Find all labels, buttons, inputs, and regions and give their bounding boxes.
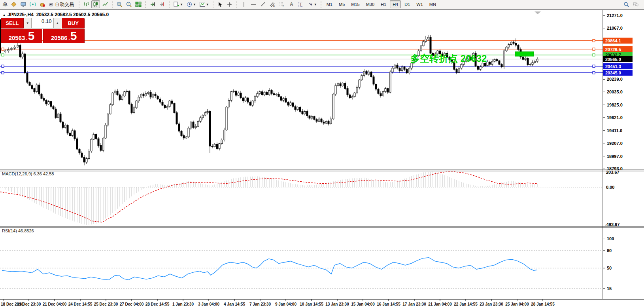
svg-text:F: F [283,5,284,7]
autotrade-button[interactable]: 自动交易 [47,0,76,8]
svg-text:50: 50 [607,266,612,270]
svg-text:1 Jan 23:30: 1 Jan 23:30 [172,302,194,306]
market-icon[interactable] [38,0,47,8]
lot-increase-button[interactable]: ▲ [53,18,61,29]
toolbar-separator [236,1,238,8]
svg-text:20864.1: 20864.1 [605,38,621,43]
toolbar-separator [320,1,322,8]
rsi-label: RSI(14) 46.8526 [2,228,34,233]
timeframe-m30[interactable]: M30 [363,0,377,8]
buy-price-display[interactable]: 20586 . 5 [43,29,85,43]
collapse-panel-icon[interactable]: ▲ [2,13,6,17]
svg-text:19411.0: 19411.0 [607,128,622,133]
bar-chart-icon[interactable] [82,0,91,8]
svg-text:21 Jan 04:00: 21 Jan 04:00 [428,302,452,306]
annotation-text: 多空转折点 20632 [410,53,487,64]
svg-text:21271.0: 21271.0 [607,13,623,18]
svg-text:0.00: 0.00 [606,185,614,190]
timeframe-m1[interactable]: M1 [324,0,335,8]
label-tool-icon[interactable]: T [297,0,305,8]
horizontal-line-icon[interactable] [249,0,258,8]
svg-text:22 Jan 14:55: 22 Jan 14:55 [454,302,478,306]
buy-button[interactable]: BUY [62,18,85,29]
lot-size-input[interactable]: 0.10 [32,18,54,29]
timeframe-d1[interactable]: D1 [402,0,413,8]
cursor-icon[interactable] [216,0,225,8]
svg-text:25 Dec 23:30: 25 Dec 23:30 [94,302,118,306]
new-chart-icon[interactable]: ▼ [172,0,184,8]
svg-text:A: A [290,2,293,7]
crosshair-icon[interactable] [225,0,234,8]
ohlc-values: 20532.5 20582.5 20502.5 20565.0 [36,12,109,17]
svg-text:24 Dec 14:55: 24 Dec 14:55 [68,302,93,306]
svg-text:16 Jan 14:55: 16 Jan 14:55 [377,302,400,306]
svg-text:13 Jan 23:30: 13 Jan 23:30 [325,302,349,306]
tile-windows-icon[interactable] [134,0,143,8]
line-chart-icon[interactable] [101,0,110,8]
svg-text:20565.0: 20565.0 [605,57,621,62]
timeframe-m15[interactable]: M15 [348,0,362,8]
chat-icon[interactable] [631,0,640,8]
svg-text:20239.0: 20239.0 [607,77,623,82]
svg-text:203.67: 203.67 [606,170,619,175]
svg-text:19825.0: 19825.0 [607,103,623,107]
svg-text:17 Jan 23:30: 17 Jan 23:30 [402,302,426,306]
svg-text:21067.0: 21067.0 [607,26,623,30]
fibonacci-icon[interactable]: F [278,0,286,8]
signals-icon[interactable] [28,0,37,8]
buy-price-pip: 5 [70,31,77,41]
svg-text:21 Dec 04:00: 21 Dec 04:00 [43,302,67,306]
zoom-in-icon[interactable] [115,0,124,8]
new-order-icon[interactable] [9,0,18,8]
timeframe-w1[interactable]: W1 [414,0,426,8]
svg-text:20726.5: 20726.5 [605,47,621,52]
svg-text:19621.0: 19621.0 [607,115,623,120]
svg-text:28 Jan 14:55: 28 Jan 14:55 [531,302,555,306]
svg-text:E: E [273,5,275,7]
menu-text[interactable]: 单 [2,1,9,8]
search-icon[interactable] [622,0,631,8]
chevron-down-icon: ▼ [314,3,317,6]
svg-text:19207.0: 19207.0 [607,141,623,146]
timeframe-m5[interactable]: M5 [336,0,347,8]
svg-text:80: 80 [607,248,612,253]
period-icon[interactable]: ▼ [185,0,197,8]
sell-button[interactable]: SELL [1,18,24,29]
one-click-trade-panel: SELL ▼ 0.10 ▲ BUY 20563 . 5 20586 . 5 [1,18,85,43]
svg-text:10 Jan 14:55: 10 Jan 14:55 [300,302,323,306]
svg-text:20451.3: 20451.3 [605,64,621,69]
autotrade-label: 自动交易 [54,1,75,8]
toolbar-separator [144,1,147,8]
arrows-tool-icon[interactable]: ▼ [306,0,318,8]
lot-decrease-button[interactable]: ▼ [24,18,32,29]
svg-text:20035.0: 20035.0 [607,89,623,94]
text-tool-icon[interactable]: A [287,0,296,8]
toolbar-separator [78,1,80,8]
sell-price-dot: . [26,36,27,41]
trendline-icon[interactable] [259,0,267,8]
svg-text:3 Jan 04:00: 3 Jan 04:00 [198,302,219,306]
vertical-line-icon[interactable] [240,0,248,8]
buy-price-dot: . [68,36,70,41]
chart-shift-icon[interactable] [158,0,166,8]
svg-text:20345.0: 20345.0 [605,70,621,75]
sell-price-display[interactable]: 20563 . 5 [1,29,42,43]
macd-label: MACD(12,26,9) 6.36 42.58 [2,171,54,176]
zoom-out-icon[interactable] [125,0,133,8]
candlestick-chart-icon[interactable] [91,0,100,8]
svg-text:4 Jan 14:55: 4 Jan 14:55 [224,302,245,306]
autoscroll-icon[interactable] [148,0,157,8]
svg-text:15 Jan 04:00: 15 Jan 04:00 [351,302,375,306]
equidistant-channel-icon[interactable]: E [268,0,277,8]
timeframe-mn[interactable]: MN [427,0,439,8]
terminal-icon[interactable] [19,0,28,8]
toolbar-separator [168,1,170,8]
buy-price-main: 20586 [51,34,68,41]
toolbar-separator [111,1,113,8]
timeframe-h4[interactable]: H4 [390,0,401,8]
timeframe-h1[interactable]: H1 [378,0,389,8]
svg-text:7 Jan 23:30: 7 Jan 23:30 [249,302,271,306]
sell-price-pip: 5 [28,31,35,41]
indicators-icon[interactable]: ▼ [198,0,210,8]
sell-price-main: 20563 [9,34,25,41]
